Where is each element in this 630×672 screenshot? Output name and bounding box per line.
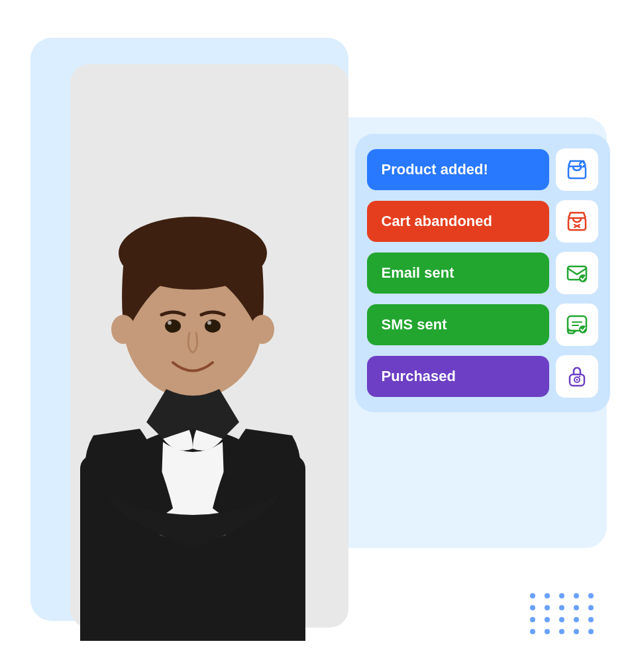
dot: [588, 617, 594, 622]
person-figure: [54, 71, 332, 641]
dot: [545, 617, 550, 622]
dot: [588, 593, 594, 598]
svg-point-9: [111, 315, 135, 344]
dot: [574, 593, 579, 598]
card-icon-box-email-sent: [556, 252, 598, 294]
dot: [545, 629, 550, 634]
svg-point-10: [250, 315, 274, 344]
dots-row-3: [530, 617, 594, 622]
event-card-panel: Product added! Cart abandoned: [355, 134, 610, 412]
svg-point-6: [205, 319, 221, 333]
card-label-cart-abandoned: Cart abandoned: [367, 201, 549, 242]
svg-rect-11: [568, 166, 586, 178]
card-icon-box-product-added: [556, 148, 598, 191]
dot-grid-decoration: [530, 593, 594, 641]
svg-point-5: [165, 319, 181, 333]
person-area: [37, 31, 348, 641]
card-icon-box-purchased: [556, 355, 598, 398]
card-label-purchased: Purchased: [367, 356, 549, 397]
cart-abandoned-icon: [565, 209, 589, 233]
card-icon-box-sms-sent: [556, 304, 598, 346]
dot: [574, 605, 579, 610]
dot: [574, 629, 579, 634]
svg-point-26: [576, 379, 578, 381]
svg-point-7: [168, 321, 172, 325]
dots-row-2: [530, 605, 594, 610]
svg-rect-15: [568, 218, 586, 230]
card-label-product-added: Product added!: [367, 149, 549, 190]
email-icon: [565, 261, 589, 285]
svg-point-21: [579, 325, 587, 333]
card-icon-box-cart-abandoned: [556, 200, 598, 243]
card-row-email-sent: Email sent: [367, 252, 598, 294]
dot: [559, 617, 564, 622]
dot: [530, 629, 535, 634]
svg-point-19: [579, 274, 587, 282]
card-row-purchased: Purchased: [367, 355, 598, 398]
dots-row-1: [530, 593, 594, 598]
dot: [559, 629, 564, 634]
dots-row-4: [530, 629, 594, 634]
dot: [545, 593, 550, 598]
dot: [559, 605, 564, 610]
dot: [545, 605, 550, 610]
card-row-product-added: Product added!: [367, 148, 598, 191]
card-row-sms-sent: SMS sent: [367, 304, 598, 346]
dot: [588, 605, 594, 610]
sms-icon: [565, 313, 589, 337]
main-scene: Product added! Cart abandoned: [17, 18, 613, 654]
dot: [574, 617, 579, 622]
dot: [559, 593, 564, 598]
svg-point-8: [207, 321, 211, 325]
card-row-cart-abandoned: Cart abandoned: [367, 200, 598, 243]
store-icon: [565, 158, 589, 182]
card-label-email-sent: Email sent: [367, 252, 549, 294]
dot: [530, 593, 535, 598]
dot: [588, 629, 594, 634]
lock-icon: [565, 364, 589, 388]
dot: [530, 617, 535, 622]
svg-point-27: [578, 376, 580, 377]
dot: [530, 605, 535, 610]
card-label-sms-sent: SMS sent: [367, 304, 549, 345]
